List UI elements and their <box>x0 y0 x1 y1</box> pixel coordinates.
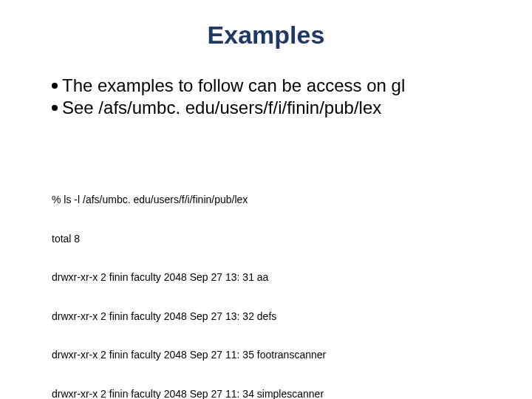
terminal-listing: % ls -l /afs/umbc. edu/users/f/i/finin/p… <box>52 168 502 399</box>
bullet-text: The examples to follow can be access on … <box>62 75 502 97</box>
listing-row: drwxr-xr-x 2 finin faculty 2048 Sep 27 1… <box>52 310 502 324</box>
listing-command: % ls -l /afs/umbc. edu/users/f/i/finin/p… <box>52 194 502 207</box>
slide: Examples The examples to follow can be a… <box>0 0 532 399</box>
bullet-icon <box>52 105 58 111</box>
bullet-icon <box>52 83 58 89</box>
listing-total: total 8 <box>52 233 502 246</box>
listing-row: drwxr-xr-x 2 finin faculty 2048 Sep 27 1… <box>52 349 502 362</box>
list-item: See /afs/umbc. edu/users/f/i/finin/pub/l… <box>52 97 502 119</box>
list-item: The examples to follow can be access on … <box>52 75 502 97</box>
bullet-text: See /afs/umbc. edu/users/f/i/finin/pub/l… <box>62 97 502 119</box>
slide-title: Examples <box>30 21 502 50</box>
bullet-list: The examples to follow can be access on … <box>52 75 502 119</box>
listing-row: drwxr-xr-x 2 finin faculty 2048 Sep 27 1… <box>52 388 502 400</box>
listing-row: drwxr-xr-x 2 finin faculty 2048 Sep 27 1… <box>52 271 502 284</box>
